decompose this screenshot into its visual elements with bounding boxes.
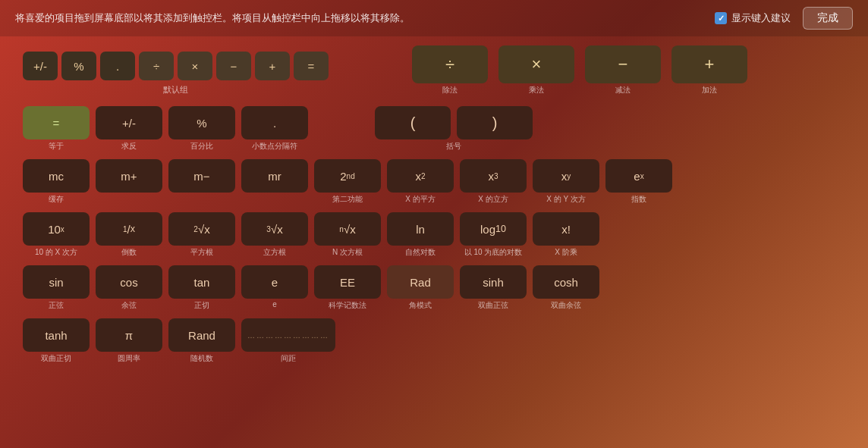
- x3-button[interactable]: x3: [460, 159, 527, 193]
- pi-button[interactable]: π: [96, 318, 162, 352]
- x3-label: X 的立方: [478, 194, 508, 205]
- row6: tanh 双曲正切 π 圆周率 Rand 随机数 ……………………… 间距: [23, 318, 845, 364]
- x2-label: X 的平方: [405, 194, 435, 205]
- percent-small-button[interactable]: %: [61, 52, 96, 80]
- done-button[interactable]: 完成: [803, 7, 853, 30]
- inv-button[interactable]: 1/x: [96, 212, 162, 246]
- cosh-button[interactable]: cosh: [533, 265, 599, 299]
- ln-button[interactable]: ln: [387, 212, 454, 246]
- mr-wrap: mr: [241, 159, 308, 202]
- mplus-wrap: m+: [96, 159, 162, 202]
- mc-button[interactable]: mc: [23, 159, 90, 193]
- ee-button[interactable]: EE: [314, 265, 381, 299]
- percent-label: 百分比: [190, 141, 213, 152]
- percent-button[interactable]: %: [168, 106, 235, 139]
- xy-wrap: xy X 的 Y 次方: [533, 159, 599, 205]
- e-wrap: e e: [241, 265, 308, 309]
- space-button[interactable]: ………………………: [241, 318, 335, 352]
- default-group: +/- % . ÷ × − +: [23, 52, 329, 96]
- sqrt3-wrap: 3√x 立方根: [241, 212, 308, 258]
- mminus-wrap: m−: [168, 159, 235, 202]
- x3-wrap: x3 X 的立方: [460, 159, 527, 205]
- operators-group: ÷ 除法 × 乘法 − 减法 + 加法: [412, 45, 747, 96]
- plus-minus-button[interactable]: +/-: [96, 106, 162, 139]
- mc-wrap: mc 缓存: [23, 159, 90, 205]
- ln-wrap: ln 自然对数: [387, 212, 454, 258]
- sqrt2-label: 平方根: [190, 247, 213, 258]
- rand-label: 随机数: [190, 353, 213, 364]
- tan-label: 正切: [194, 300, 209, 311]
- row5: sin 正弦 cos 余弦 tan 正切 e e EE 科学记数法 Rad 角模…: [23, 265, 845, 311]
- rand-button[interactable]: Rand: [168, 318, 235, 352]
- tanh-wrap: tanh 双曲正切: [23, 318, 90, 364]
- 2nd-button[interactable]: 2nd: [314, 159, 381, 193]
- btn-wrap-divide-small: ÷: [139, 52, 174, 80]
- mminus-button[interactable]: m−: [168, 159, 235, 193]
- space-wrap: ……………………… 间距: [241, 318, 335, 364]
- decimal-button[interactable]: .: [241, 106, 308, 139]
- row4: 10x 10 的 X 次方 1/x 倒数 2√x 平方根 3√x 立方根 n√x…: [23, 212, 845, 258]
- keyboard-suggestion-checkbox[interactable]: 显示键入建议: [715, 11, 791, 25]
- equals-small-button[interactable]: =: [294, 52, 329, 80]
- sqrt2-button[interactable]: 2√x: [168, 212, 235, 246]
- lparen-button[interactable]: (: [375, 106, 451, 139]
- equals-button[interactable]: =: [23, 106, 90, 139]
- plus-minus-small-button[interactable]: +/-: [23, 52, 58, 80]
- rparen-button[interactable]: ): [457, 106, 533, 139]
- minus-small-button[interactable]: −: [216, 52, 251, 80]
- plus-op-button[interactable]: +: [671, 45, 747, 83]
- sqrtn-button[interactable]: n√x: [314, 212, 381, 246]
- cos-wrap: cos 余弦: [96, 265, 162, 311]
- tanh-button[interactable]: tanh: [23, 318, 90, 352]
- divide-op-wrap: ÷ 除法: [412, 45, 488, 96]
- btn-wrap-minus-small: −: [216, 52, 251, 80]
- log10-button[interactable]: log10: [460, 212, 527, 246]
- btn-wrap-multiply-small: ×: [178, 52, 212, 80]
- sinh-wrap: sinh 双曲正弦: [460, 265, 527, 311]
- inv-wrap: 1/x 倒数: [96, 212, 162, 258]
- equals-wrap: = 等于: [23, 106, 90, 152]
- row3: mc 缓存 m+ m− mr 2nd 第二功能 x2 X 的平方 x3 X 的立…: [23, 159, 845, 205]
- tanh-label: 双曲正切: [41, 353, 71, 364]
- minus-op-button[interactable]: −: [585, 45, 661, 83]
- percent-wrap: % 百分比: [168, 106, 235, 152]
- ex-wrap: ex 指数: [605, 159, 672, 205]
- xfact-button[interactable]: x!: [533, 212, 599, 246]
- sinh-label: 双曲正弦: [478, 300, 508, 311]
- sqrt3-label: 立方根: [263, 247, 286, 258]
- ln-label: 自然对数: [405, 247, 436, 258]
- ex-button[interactable]: ex: [605, 159, 672, 193]
- ex-label: 指数: [631, 194, 646, 205]
- mplus-button[interactable]: m+: [96, 159, 162, 193]
- sinh-button[interactable]: sinh: [460, 265, 527, 299]
- xy-button[interactable]: xy: [533, 159, 599, 193]
- 10x-button[interactable]: 10x: [23, 212, 90, 246]
- multiply-op-button[interactable]: ×: [498, 45, 574, 83]
- sin-button[interactable]: sin: [23, 265, 90, 299]
- plus-small-button[interactable]: +: [255, 52, 290, 80]
- dot-small-button[interactable]: .: [100, 52, 135, 80]
- divide-small-button[interactable]: ÷: [139, 52, 174, 80]
- plus-op-label: 加法: [702, 85, 717, 96]
- plus-minus-wrap: +/- 求反: [96, 106, 162, 152]
- checkbox-indicator[interactable]: [715, 12, 727, 24]
- sqrtn-wrap: n√x N 次方根: [314, 212, 381, 258]
- cos-button[interactable]: cos: [96, 265, 162, 299]
- top-bar-right: 显示键入建议 完成: [715, 7, 853, 30]
- sqrtn-label: N 次方根: [332, 247, 363, 258]
- tan-button[interactable]: tan: [168, 265, 235, 299]
- multiply-small-button[interactable]: ×: [178, 52, 212, 80]
- mr-button[interactable]: mr: [241, 159, 308, 193]
- plus-op-wrap: + 加法: [671, 45, 747, 96]
- divide-op-button[interactable]: ÷: [412, 45, 488, 83]
- main-content: +/- % . ÷ × − +: [0, 36, 868, 381]
- e-label: e: [272, 300, 277, 309]
- sqrt3-button[interactable]: 3√x: [241, 212, 308, 246]
- equals-label: 等于: [49, 141, 64, 152]
- e-button[interactable]: e: [241, 265, 308, 299]
- x2-button[interactable]: x2: [387, 159, 454, 193]
- log10-wrap: log10 以 10 为底的对数: [460, 212, 527, 258]
- sqrt2-wrap: 2√x 平方根: [168, 212, 235, 258]
- rad-button[interactable]: Rad: [387, 265, 454, 299]
- parens-label: 括号: [446, 141, 461, 152]
